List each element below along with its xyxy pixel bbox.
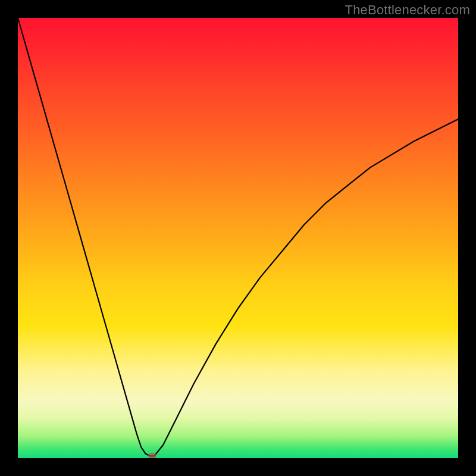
curve-svg	[18, 18, 458, 458]
watermark-text: TheBottlenecker.com	[345, 2, 470, 18]
chart-frame: TheBottlenecker.com	[0, 0, 476, 476]
optimal-point-marker	[148, 453, 156, 458]
plot-area	[18, 18, 458, 458]
bottleneck-curve	[18, 18, 458, 456]
